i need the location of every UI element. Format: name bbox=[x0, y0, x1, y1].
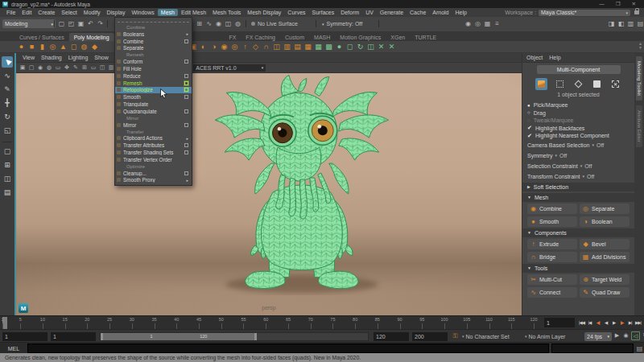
extrude-button[interactable]: ↑Extrude bbox=[527, 239, 577, 249]
menu-edit[interactable]: Edit bbox=[19, 9, 35, 16]
shelf-tab-motion-graphics[interactable]: Motion Graphics bbox=[335, 33, 386, 41]
step-back-key-button[interactable]: ◀| bbox=[594, 318, 601, 327]
combine-button[interactable]: ◉Combine bbox=[527, 204, 577, 214]
option-box[interactable] bbox=[184, 88, 188, 92]
combine-shelf-icon[interactable]: ◉ bbox=[219, 42, 229, 52]
symmetrize-shelf-icon[interactable]: ◫ bbox=[365, 42, 376, 52]
minimize-button[interactable]: — bbox=[599, 1, 605, 7]
menu-item-cleanup-[interactable]: Cleanup... bbox=[115, 170, 192, 177]
menu-item-clipboard-actions[interactable]: Clipboard Actions▸ bbox=[115, 135, 192, 142]
snap-plane-icon[interactable]: ◫ bbox=[224, 19, 233, 28]
workspace-selector[interactable]: Maya Classic* ▾ bbox=[539, 10, 630, 16]
step-forward-key-button[interactable]: |▶ bbox=[618, 318, 625, 327]
fps-selector[interactable]: 24 fps ▾ bbox=[584, 332, 612, 341]
open-scene-icon[interactable]: ◰ bbox=[67, 19, 76, 28]
menu-item-mirror[interactable]: Mirror bbox=[115, 121, 192, 129]
sidebar-tab-attribute-editor[interactable]: Attribute Editor bbox=[636, 105, 642, 147]
render-icon[interactable]: ◉ bbox=[464, 19, 473, 28]
separate-shelf-icon[interactable]: ◎ bbox=[229, 42, 240, 52]
menu-item-smooth[interactable]: Smooth bbox=[115, 93, 192, 101]
split-pane-layout[interactable]: ◫ bbox=[2, 173, 13, 184]
menu-item-transfer-attributes[interactable]: Transfer Attributes bbox=[115, 142, 192, 149]
select-camera-icon[interactable]: ▣ bbox=[19, 64, 27, 72]
checkbox-highlight-backfaces[interactable]: ✔Highlight Backfaces bbox=[527, 125, 630, 133]
menu-item-quadrangulate[interactable]: Quadrangulate bbox=[115, 108, 192, 115]
playblast-icon[interactable]: ▶ bbox=[613, 331, 621, 339]
cut-x-shelf-icon[interactable]: ✕ bbox=[386, 42, 397, 52]
attribute-editor-toggle-icon[interactable]: ◨ bbox=[607, 19, 616, 28]
shelf-tab-custom[interactable]: Custom bbox=[280, 33, 309, 41]
lock-camera-icon[interactable]: ▢ bbox=[27, 64, 35, 72]
step-forward-frame-button[interactable]: ▶| bbox=[626, 318, 634, 327]
boolean-difference-shelf-icon[interactable]: ◑ bbox=[208, 42, 219, 52]
time-slider[interactable]: 1510152025303540455055606570758085909510… bbox=[0, 315, 644, 330]
panel-menu-lighting[interactable]: Lighting bbox=[65, 55, 92, 60]
grid-fill-shelf-icon[interactable]: ▩ bbox=[324, 42, 334, 52]
radio-tweak-marquee[interactable]: ○Tweak/Marquee bbox=[527, 117, 630, 125]
grease-pencil-icon[interactable]: ✎ bbox=[72, 64, 80, 72]
command-input[interactable] bbox=[27, 343, 549, 353]
close-button[interactable]: ✕ bbox=[632, 1, 636, 7]
shelf-tab-fx[interactable]: FX bbox=[224, 33, 241, 41]
save-scene-icon[interactable]: ▣ bbox=[76, 19, 85, 28]
bridge-shelf-icon[interactable]: ∩ bbox=[261, 42, 271, 52]
option-box[interactable] bbox=[184, 171, 188, 175]
face-mode-button[interactable] bbox=[591, 78, 603, 90]
menu-item-separate[interactable]: Separate bbox=[115, 45, 192, 52]
go-to-start-button[interactable]: |◀◀ bbox=[578, 318, 585, 327]
shelf-tab-mash[interactable]: MASH bbox=[309, 33, 335, 41]
menu-generate[interactable]: Generate bbox=[377, 9, 407, 16]
connect-button[interactable]: ∿Connect bbox=[527, 287, 577, 298]
menu-file[interactable]: File bbox=[3, 9, 19, 16]
boolean-button[interactable]: ◑Boolean bbox=[580, 216, 630, 227]
toolkit-menu-help[interactable]: Help bbox=[549, 55, 560, 60]
tool-settings-toggle-icon[interactable]: ◧ bbox=[617, 19, 625, 28]
step-back-frame-button[interactable]: |◀ bbox=[586, 318, 593, 327]
four-pane-layout[interactable]: ⊞ bbox=[2, 159, 13, 171]
shelf-tab-xgen[interactable]: XGen bbox=[386, 33, 410, 41]
section-tools[interactable]: ▼Tools bbox=[522, 264, 634, 273]
range-slider-bar[interactable]: 1 120 bbox=[101, 333, 257, 340]
subdiv-shelf-icon[interactable]: ▦ bbox=[303, 42, 313, 52]
range-slider-track[interactable]: 1 120 bbox=[100, 332, 369, 341]
image-plane-icon[interactable]: ▭ bbox=[54, 64, 62, 72]
command-output[interactable] bbox=[551, 343, 634, 353]
torus-shelf-icon[interactable]: ◎ bbox=[47, 42, 58, 52]
menu-edit-mesh[interactable]: Edit Mesh bbox=[178, 9, 209, 16]
menu-deform[interactable]: Deform bbox=[337, 9, 362, 16]
modeling-toolkit-toggle-icon[interactable]: ▤ bbox=[636, 19, 644, 28]
menu-mesh[interactable]: Mesh bbox=[158, 9, 178, 16]
undo-icon[interactable]: ↶ bbox=[86, 19, 95, 28]
display-layers-icon[interactable]: ≡ bbox=[493, 19, 502, 28]
snap-grid-icon[interactable]: ⊞ bbox=[195, 19, 204, 28]
multi-component-mode-button[interactable]: ✕ bbox=[609, 78, 621, 90]
menu-uv[interactable]: UV bbox=[362, 9, 377, 16]
checkbox-highlight-nearest-component[interactable]: ✔Highlight Nearest Component bbox=[527, 132, 630, 140]
insert-edge-loop-shelf-icon[interactable]: ▥ bbox=[282, 42, 292, 52]
select-tool[interactable]: ▶ bbox=[2, 56, 13, 68]
resolution-gate-icon[interactable]: ◫ bbox=[98, 64, 106, 72]
menu-item-conform[interactable]: Conform bbox=[115, 58, 192, 65]
sidebar-tab-modeling-toolkit[interactable]: Modeling Toolkit bbox=[636, 56, 642, 101]
move-tool[interactable]: ╋ bbox=[2, 97, 13, 109]
menu-arnold[interactable]: Arnold bbox=[429, 9, 452, 16]
cylinder-shelf-icon[interactable]: ▮ bbox=[37, 42, 47, 52]
snap-point-icon[interactable]: ◉ bbox=[214, 19, 223, 28]
film-gate-icon[interactable]: ▭ bbox=[89, 64, 97, 72]
sphere-shelf-icon[interactable]: ● bbox=[16, 42, 27, 52]
rotate-tool[interactable]: ↻ bbox=[2, 111, 13, 122]
spin-edge-shelf-icon[interactable]: ↻ bbox=[355, 42, 365, 52]
symmetry-selector[interactable]: ▾ Symmetry: Off bbox=[322, 19, 362, 28]
menu-surfaces[interactable]: Surfaces bbox=[309, 9, 338, 16]
object-mode-button[interactable] bbox=[535, 78, 547, 90]
play-forward-button[interactable]: ▶ bbox=[610, 318, 617, 327]
multi-cut-button[interactable]: ✂Multi-Cut bbox=[527, 274, 577, 285]
shelf-tab-curves-surfaces[interactable]: Curves / Surfaces bbox=[14, 33, 69, 41]
shelf-tab-turtle[interactable]: TURTLE bbox=[410, 33, 441, 41]
play-backward-button[interactable]: ◀ bbox=[602, 318, 609, 327]
radio-drag[interactable]: ○Drag bbox=[527, 109, 630, 117]
cube-wire-shelf-icon[interactable]: ◻ bbox=[345, 42, 355, 52]
view-transform-selector[interactable]: ACES RRT v1.0▾ bbox=[193, 64, 266, 72]
menu-mesh-tools[interactable]: Mesh Tools bbox=[209, 9, 244, 16]
option-box[interactable] bbox=[184, 95, 188, 99]
